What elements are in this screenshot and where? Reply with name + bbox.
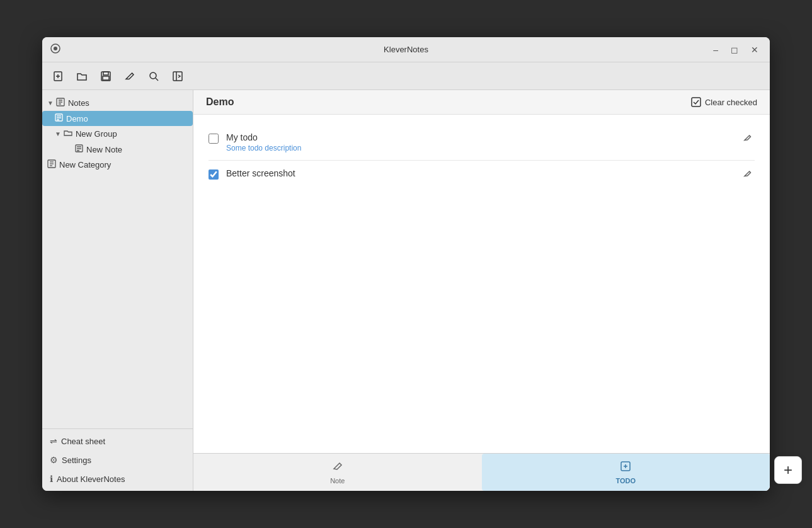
sidebar-item-new-group[interactable]: ▼ New Group [42, 126, 193, 142]
sidebar: ▼ Notes [42, 90, 193, 491]
cheat-sheet-item[interactable]: ⇌ Cheat sheet [42, 432, 193, 451]
todo-tab-label: TODO [615, 477, 636, 485]
svg-point-8 [150, 72, 156, 79]
settings-label: Settings [62, 456, 91, 465]
folder-icon [64, 129, 72, 139]
note-icon-new [75, 144, 83, 154]
sidebar-item-new-note[interactable]: New Note [42, 142, 193, 157]
note-icon-demo [55, 113, 63, 123]
title-bar-controls: – ◻ ✕ [709, 43, 762, 56]
todo-item-1: My todo Some todo description [209, 125, 755, 161]
todo-tab-icon [619, 460, 632, 476]
todo-title-2: Better screenshot [226, 168, 733, 178]
cheat-sheet-icon: ⇌ [50, 436, 57, 446]
todo-content-2: Better screenshot [226, 168, 733, 178]
sidebar-item-label-new-group: New Group [76, 129, 117, 139]
about-label: About KleverNotes [57, 474, 125, 484]
svg-rect-7 [103, 76, 109, 80]
todo-edit-button-1[interactable] [741, 132, 755, 146]
note-tab[interactable]: Note [193, 454, 482, 491]
sidebar-item-label-demo: Demo [66, 114, 88, 123]
search-toolbar-button[interactable] [143, 67, 164, 86]
maximize-button[interactable]: ◻ [727, 43, 742, 56]
note-tab-icon [331, 460, 344, 476]
page-title: Demo [206, 96, 234, 108]
todo-item-2: Better screenshot [209, 161, 755, 189]
minimize-button[interactable]: – [709, 43, 722, 56]
settings-item[interactable]: ⚙ Settings [42, 451, 193, 469]
clear-checked-button[interactable]: Clear checked [691, 97, 757, 107]
content-header: Demo Clear checked [193, 90, 770, 115]
content-area: Demo Clear checked My todo Some todo [193, 90, 770, 491]
sidebar-item-demo[interactable]: Demo [42, 111, 193, 126]
sidebar-tree: ▼ Notes [42, 90, 193, 428]
bottom-tab-bar: Note TODO [193, 453, 770, 491]
new-note-toolbar-button[interactable] [47, 67, 69, 86]
app-logo [50, 43, 61, 57]
svg-line-9 [156, 78, 158, 81]
todo-list: My todo Some todo description Better [193, 115, 770, 453]
edit-toolbar-button[interactable] [119, 67, 140, 86]
chevron-down-icon-group: ▼ [55, 130, 61, 137]
sidebar-item-notes[interactable]: ▼ Notes [42, 95, 193, 111]
svg-point-1 [54, 47, 57, 50]
save-toolbar-button[interactable] [95, 67, 117, 86]
todo-desc-1: Some todo description [226, 144, 733, 152]
todo-checkbox-2[interactable] [209, 169, 219, 180]
svg-rect-6 [103, 72, 108, 75]
close-button[interactable]: ✕ [747, 43, 762, 56]
svg-rect-28 [692, 98, 700, 106]
sidebar-item-new-category[interactable]: New Category [42, 157, 193, 173]
todo-edit-button-2[interactable] [741, 168, 755, 181]
sidebar-item-label-new-category: New Category [59, 160, 111, 169]
open-folder-toolbar-button[interactable] [71, 67, 93, 86]
app-window: KleverNotes – ◻ ✕ [42, 37, 770, 491]
main-layout: ▼ Notes [42, 90, 770, 491]
title-bar: KleverNotes – ◻ ✕ [42, 37, 770, 62]
sidebar-item-label-notes: Notes [68, 98, 89, 108]
todo-title-1: My todo [226, 132, 733, 142]
clear-checked-label: Clear checked [705, 98, 757, 107]
app-title: KleverNotes [384, 45, 428, 54]
sidebar-item-label-new-note: New Note [86, 145, 122, 154]
toolbar [42, 62, 770, 90]
category-icon-new [47, 159, 56, 170]
cheat-sheet-label: Cheat sheet [61, 437, 105, 446]
todo-tab[interactable]: TODO [482, 454, 770, 491]
todo-content-1: My todo Some todo description [226, 132, 733, 152]
category-icon [56, 98, 65, 108]
sidebar-bottom: ⇌ Cheat sheet ⚙ Settings ℹ About KleverN… [42, 428, 193, 491]
todo-checkbox-1[interactable] [209, 134, 219, 144]
info-icon: ℹ [50, 474, 53, 484]
sidebar-toggle-button[interactable] [167, 67, 188, 86]
note-tab-label: Note [330, 477, 345, 485]
settings-icon: ⚙ [50, 455, 58, 465]
about-item[interactable]: ℹ About KleverNotes [42, 469, 193, 488]
chevron-down-icon: ▼ [47, 100, 54, 106]
